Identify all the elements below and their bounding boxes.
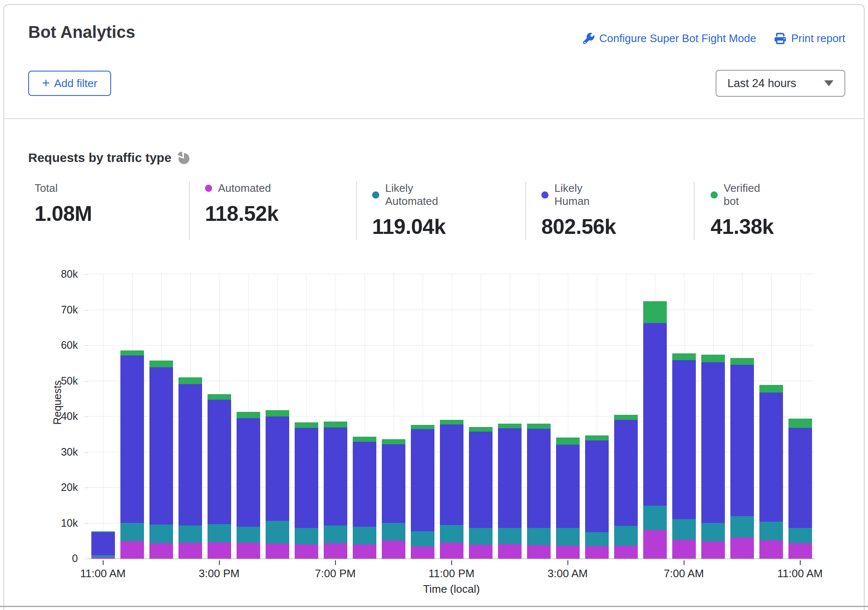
stacked-bar-9-00-pm[interactable] <box>382 274 405 559</box>
y-tick-label: 50k <box>48 375 78 387</box>
segment-automated <box>120 541 144 559</box>
y-tick <box>85 559 88 559</box>
stacked-bar-9-00-am[interactable] <box>730 274 754 559</box>
legend-dot <box>205 185 212 192</box>
segment-likely-human <box>295 428 318 528</box>
segment-likely-human <box>759 393 783 522</box>
segment-verified-bot <box>614 415 638 420</box>
section-title: Requests by traffic type <box>28 151 171 165</box>
stacked-bar-10-00-pm[interactable] <box>411 274 434 559</box>
legend-dot <box>372 191 379 199</box>
x-tick-label: 3:00 PM <box>186 567 253 580</box>
segment-likely-automated <box>643 506 667 530</box>
segment-automated <box>759 540 783 559</box>
segment-verified-bot <box>527 424 551 429</box>
x-tick-label: 7:00 AM <box>650 567 718 580</box>
stacked-bar-5-00-am[interactable] <box>614 274 638 559</box>
stacked-bar-2-00-am[interactable] <box>527 274 551 559</box>
header-links: Configure Super Bot Fight Mode Print rep… <box>583 32 845 45</box>
y-tick-label: 30k <box>48 446 78 458</box>
x-tick <box>684 560 684 565</box>
add-filter-button[interactable]: + Add filter <box>28 71 111 96</box>
segment-verified-bot <box>91 531 115 533</box>
stacked-bar-6-00-am[interactable] <box>643 274 667 559</box>
stacked-bar-8-00-am[interactable] <box>701 274 725 559</box>
stat-value: 1.08M <box>35 202 92 226</box>
segment-likely-automated <box>730 516 754 538</box>
segment-verified-bot <box>237 412 260 418</box>
chevron-down-icon <box>824 80 833 86</box>
x-tick <box>103 560 104 565</box>
segment-likely-automated <box>440 525 463 543</box>
stacked-bar-7-00-pm[interactable] <box>324 274 347 559</box>
segment-automated <box>440 543 463 559</box>
segment-automated <box>178 543 202 559</box>
y-tick-label: 80k <box>48 268 78 280</box>
segment-likely-human <box>120 355 144 523</box>
stacked-bar-1-00-am[interactable] <box>498 274 522 559</box>
stacked-bar-11-00-am[interactable] <box>91 274 115 559</box>
stacked-bar-11-00-pm[interactable] <box>440 274 463 559</box>
stat-block-automated: Automated118.52k <box>205 182 278 226</box>
stat-block-verified-bot: Verified bot41.38k <box>711 182 774 239</box>
segment-likely-automated <box>759 522 783 540</box>
segment-verified-bot <box>556 438 580 445</box>
stacked-bar-5-00-pm[interactable] <box>266 274 289 559</box>
plot-area[interactable] <box>88 274 815 559</box>
segment-verified-bot <box>585 435 609 440</box>
y-tick <box>85 416 88 417</box>
bottom-divider <box>0 606 868 607</box>
segment-verified-bot <box>672 353 696 360</box>
segment-verified-bot <box>730 358 754 365</box>
stacked-bar-7-00-am[interactable] <box>672 274 696 559</box>
y-tick-label: 20k <box>48 481 78 493</box>
segment-likely-automated <box>324 525 347 543</box>
stacked-bar-6-00-pm[interactable] <box>295 274 318 559</box>
stacked-bar-12-00-am[interactable] <box>469 274 493 559</box>
segment-automated <box>643 530 667 559</box>
segment-likely-human <box>91 532 115 555</box>
stacked-bar-8-00-pm[interactable] <box>353 274 376 559</box>
stacked-bar-3-00-am[interactable] <box>556 274 580 559</box>
segment-verified-bot <box>149 361 173 367</box>
y-tick <box>85 345 88 346</box>
stacked-bar-4-00-pm[interactable] <box>237 274 260 559</box>
bot-analytics-screen: Bot Analytics Configure Super Bot Fight … <box>0 0 868 610</box>
segment-likely-human <box>266 416 289 521</box>
stacked-bar-3-00-pm[interactable] <box>208 274 231 559</box>
stat-block-total: Total1.08M <box>35 182 92 226</box>
segment-likely-automated <box>556 528 580 546</box>
segment-likely-automated <box>585 532 609 546</box>
time-range-select[interactable]: Last 24 hours <box>716 70 845 97</box>
print-link-label: Print report <box>791 32 845 45</box>
stacked-bar-12-00-pm[interactable] <box>120 274 144 559</box>
segment-automated <box>585 546 609 559</box>
segment-likely-automated <box>411 531 434 546</box>
x-tick-label: 11:00 AM <box>767 567 834 580</box>
stacked-bar-1-00-pm[interactable] <box>149 274 173 559</box>
segment-automated <box>614 546 638 559</box>
y-tick-label: 10k <box>48 517 78 529</box>
stacked-bar-10-00-am[interactable] <box>759 274 783 559</box>
segment-verified-bot <box>643 301 667 323</box>
segment-likely-automated <box>788 528 812 543</box>
segment-automated <box>498 544 522 559</box>
segment-automated <box>788 543 812 559</box>
stacked-bar-11-00-am[interactable] <box>788 274 812 559</box>
segment-likely-human <box>324 427 347 525</box>
segment-likely-automated <box>701 523 725 542</box>
stat-divider <box>694 182 695 240</box>
stacked-bar-4-00-am[interactable] <box>585 274 609 559</box>
segment-likely-human <box>440 424 463 525</box>
segment-verified-bot <box>382 439 405 444</box>
stacked-bar-2-00-pm[interactable] <box>178 274 202 559</box>
segment-likely-automated <box>208 524 231 542</box>
segment-likely-automated <box>353 527 376 544</box>
segment-likely-human <box>527 429 551 528</box>
y-tick <box>85 274 88 275</box>
configure-link-label: Configure Super Bot Fight Mode <box>599 32 756 45</box>
y-tick <box>85 523 88 524</box>
configure-super-bot-fight-mode-link[interactable]: Configure Super Bot Fight Mode <box>583 32 756 45</box>
print-report-link[interactable]: Print report <box>775 32 845 45</box>
segment-verified-bot <box>324 422 347 427</box>
